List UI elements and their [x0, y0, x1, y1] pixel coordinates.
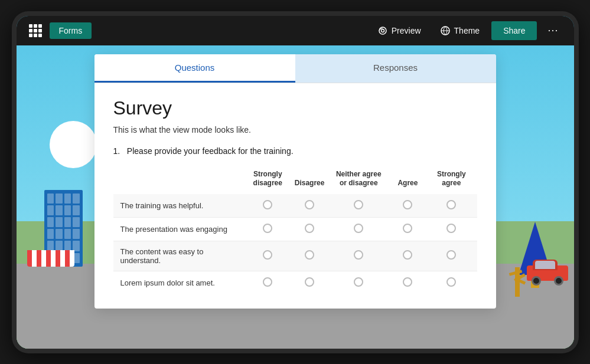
radio-button[interactable] — [354, 224, 363, 233]
scene-background: Questions Responses Survey This is what … — [17, 45, 574, 349]
radio-cell[interactable] — [328, 241, 390, 271]
row-label: The training was helpful. — [113, 194, 245, 218]
more-button[interactable]: ··· — [542, 21, 564, 40]
table-row: Lorem ipsum dolor sit amet. — [113, 271, 477, 294]
preview-icon — [377, 25, 388, 36]
radio-button[interactable] — [446, 200, 456, 209]
radio-cell[interactable] — [291, 271, 328, 294]
radio-button[interactable] — [354, 250, 363, 260]
sun — [50, 121, 97, 168]
theme-label: Theme — [454, 26, 480, 35]
radio-cell[interactable] — [426, 271, 477, 294]
preview-label: Preview — [392, 26, 421, 35]
navbar: Forms Preview — [17, 16, 574, 45]
survey-title: Survey — [113, 97, 477, 119]
col-header-strongly-agree: Stronglyagree — [426, 166, 477, 194]
radio-button[interactable] — [305, 250, 314, 260]
row-label: The content was easy to understand. — [113, 241, 245, 271]
radio-cell[interactable] — [328, 194, 390, 218]
radio-button[interactable] — [403, 277, 412, 287]
preview-button[interactable]: Preview — [370, 22, 428, 40]
radio-button[interactable] — [263, 224, 272, 233]
col-header-agree: Agree — [390, 166, 426, 194]
radio-cell[interactable] — [390, 194, 426, 218]
table-row: The presentation was engaging — [113, 217, 477, 241]
radio-cell[interactable] — [244, 194, 291, 218]
radio-cell[interactable] — [291, 194, 328, 218]
survey-description: This is what the view mode looks like. — [113, 125, 477, 135]
col-header-neither: Neither agreeor disagree — [328, 166, 390, 194]
radio-button[interactable] — [263, 250, 272, 260]
form-content: Survey This is what the view mode looks … — [94, 83, 496, 309]
form-panel: Questions Responses Survey This is what … — [94, 54, 496, 309]
radio-button[interactable] — [403, 250, 412, 260]
tab-responses[interactable]: Responses — [295, 54, 496, 83]
table-row: The training was helpful. — [113, 194, 477, 218]
radio-button[interactable] — [263, 277, 272, 287]
radio-cell[interactable] — [426, 241, 477, 271]
radio-button[interactable] — [354, 277, 363, 287]
radio-cell[interactable] — [244, 217, 291, 241]
tree-bare — [506, 261, 529, 297]
col-header-empty — [113, 166, 245, 194]
radio-cell[interactable] — [426, 217, 477, 241]
question-label: 1. Please provide your feedback for the … — [113, 146, 477, 156]
row-label: The presentation was engaging — [113, 217, 245, 241]
radio-cell[interactable] — [291, 217, 328, 241]
radio-button[interactable] — [403, 224, 412, 233]
radio-cell[interactable] — [426, 194, 477, 218]
radio-cell[interactable] — [244, 271, 291, 294]
radio-button[interactable] — [446, 277, 456, 287]
row-label: Lorem ipsum dolor sit amet. — [113, 271, 245, 294]
col-header-disagree: Disagree — [291, 166, 328, 194]
col-header-strongly-disagree: Stronglydisagree — [244, 166, 291, 194]
radio-cell[interactable] — [390, 271, 426, 294]
forms-label[interactable]: Forms — [50, 22, 92, 39]
svg-point-1 — [381, 29, 384, 32]
tabs-row: Questions Responses — [94, 54, 496, 83]
radio-cell[interactable] — [328, 271, 390, 294]
radio-cell[interactable] — [328, 217, 390, 241]
waffle-icon[interactable] — [26, 21, 45, 40]
radio-button[interactable] — [446, 224, 456, 233]
radio-cell[interactable] — [390, 241, 426, 271]
radio-cell[interactable] — [244, 241, 291, 271]
radio-cell[interactable] — [390, 217, 426, 241]
car — [527, 261, 568, 288]
share-button[interactable]: Share — [491, 21, 537, 40]
tablet-screen: Forms Preview — [17, 16, 574, 349]
matrix-table: Stronglydisagree Disagree Neither agreeo… — [113, 166, 477, 294]
radio-button[interactable] — [403, 200, 412, 209]
radio-cell[interactable] — [291, 241, 328, 271]
tablet-frame: Forms Preview — [12, 11, 579, 353]
table-row: The content was easy to understand. — [113, 241, 477, 271]
radio-button[interactable] — [446, 250, 456, 260]
tab-questions[interactable]: Questions — [94, 54, 295, 83]
radio-button[interactable] — [263, 200, 272, 209]
theme-icon — [440, 25, 451, 36]
radio-button[interactable] — [354, 200, 363, 209]
awning — [27, 250, 74, 267]
theme-button[interactable]: Theme — [433, 22, 487, 40]
radio-button[interactable] — [305, 224, 314, 233]
radio-button[interactable] — [305, 200, 314, 209]
radio-button[interactable] — [305, 277, 314, 287]
